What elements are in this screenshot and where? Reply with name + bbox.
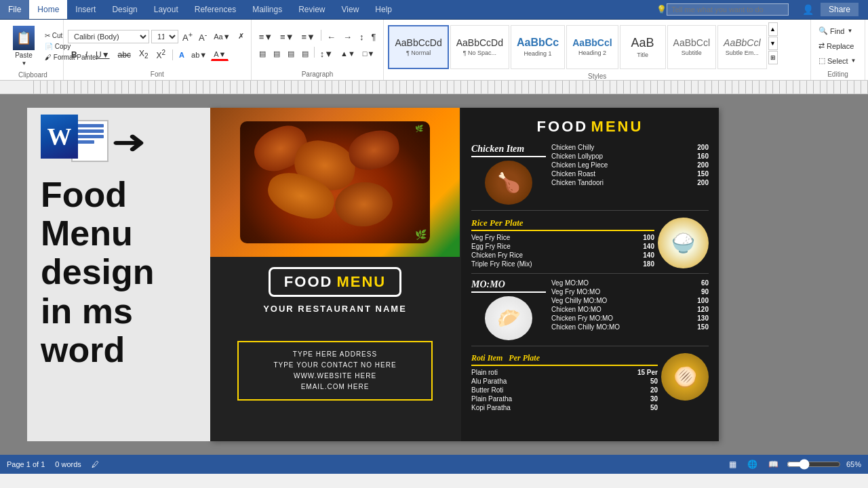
tab-file[interactable]: File — [0, 0, 29, 19]
subscript-button[interactable]: X2 — [136, 47, 152, 61]
change-case-button[interactable]: Aa▼ — [211, 31, 233, 42]
word-icon-w: W — [41, 115, 78, 159]
status-right: ▦ 🌐 📖 65% — [726, 458, 861, 470]
align-right-button[interactable]: ▤ — [284, 47, 298, 61]
clipboard-group: 📋 Paste ▼ ✂ Cut 📄 Copy 🖌 Format Painter … — [3, 20, 64, 80]
line-spacing-button[interactable]: ↕▼ — [317, 47, 336, 61]
tab-design[interactable]: Design — [104, 0, 145, 19]
page-info: Page 1 of 1 — [7, 460, 45, 468]
find-button[interactable]: 🔍 Find ▼ — [815, 24, 861, 37]
underline-button[interactable]: U▼ — [92, 49, 113, 61]
highlight-color-button[interactable]: ab▼ — [189, 49, 210, 60]
menu-item: Chicken Leg Piece200 — [551, 161, 709, 169]
font-group: Calibri (Body) 11 A+ A- Aa▼ ✗ B I U▼ abc… — [64, 20, 252, 80]
tab-mailings[interactable]: Mailings — [244, 0, 290, 19]
multilevel-list-button[interactable]: ≡▼ — [298, 30, 319, 44]
clear-formatting-button[interactable]: ✗ — [235, 30, 247, 42]
read-mode-button[interactable]: 📖 — [766, 458, 781, 470]
paste-button[interactable]: 📋 Paste ▼ — [7, 22, 41, 70]
italic-button[interactable]: I — [82, 49, 91, 61]
chicken-section-left: Chicken Item 🍗 — [471, 144, 546, 205]
restaurant-name: YOUR RESTAURANT NAME — [263, 304, 407, 314]
decrease-indent-button[interactable]: ← — [323, 30, 339, 44]
style-heading2[interactable]: AaBbCcl Heading 2 — [566, 25, 618, 69]
style-subtitle[interactable]: AaBbCcl Subtitle — [667, 25, 716, 69]
shading-button[interactable]: ▲▼ — [337, 47, 359, 61]
style-heading2-preview: AaBbCcl — [572, 37, 612, 48]
numbering-button[interactable]: ≡▼ — [277, 30, 297, 44]
show-marks-button[interactable]: ¶ — [368, 30, 379, 44]
tab-help[interactable]: Help — [367, 0, 400, 19]
address-box: TYPE HERE ADDRESS TYPE YOUR CONTACT NO H… — [237, 341, 432, 401]
style-normal[interactable]: AaBbCcDd ¶ Normal — [388, 25, 448, 69]
bold-button[interactable]: B — [68, 49, 81, 61]
align-center-button[interactable]: ▤ — [270, 47, 283, 61]
flyer-food-menu-title: FOOD MENU — [269, 267, 401, 297]
strikethrough-button[interactable]: abc — [115, 49, 134, 61]
tab-view[interactable]: View — [334, 0, 368, 19]
chicken-image-bg: 🍗 — [485, 161, 532, 205]
sort-button[interactable]: ↕ — [356, 30, 368, 44]
font-shrink-button[interactable]: A- — [197, 30, 209, 43]
font-grow-button[interactable]: A+ — [180, 30, 195, 43]
style-normal-preview: AaBbCcDd — [395, 37, 441, 48]
style-title-label: Title — [637, 52, 648, 58]
paste-dropdown-icon: ▼ — [22, 60, 27, 66]
user-icon: 👤 — [802, 4, 814, 15]
tab-home[interactable]: Home — [29, 0, 67, 19]
menu-item: Veg MO:MO60 — [551, 279, 709, 287]
editing-group: 🔍 Find ▼ ⇄ Replace ⬚ Select ▼ Editing — [811, 20, 865, 80]
menu-right-header: FOOD MENU — [471, 118, 709, 136]
share-button[interactable]: Share — [821, 3, 859, 16]
rice-image: 🍚 — [658, 218, 709, 268]
styles-group: AaBbCcDd ¶ Normal AaBbCcDd ¶ No Spac... … — [384, 20, 811, 80]
arrow-icon: ➜ — [111, 126, 146, 159]
tab-references[interactable]: References — [186, 0, 244, 19]
style-subtle-em[interactable]: AaBbCcl Subtle Em... — [717, 25, 766, 69]
style-heading1[interactable]: AaBbCc Heading 1 — [511, 25, 565, 69]
styles-scroll-up[interactable]: ▲ — [768, 22, 778, 36]
tab-insert[interactable]: Insert — [67, 0, 104, 19]
tab-review[interactable]: Review — [290, 0, 333, 19]
menu-item: Chicken Fry Rice140 — [471, 251, 654, 259]
text-effects-button[interactable]: A — [176, 49, 187, 60]
increase-indent-button[interactable]: → — [340, 30, 355, 44]
momo-section-title: MO:MO — [471, 279, 546, 293]
style-title[interactable]: AaB Title — [620, 25, 666, 69]
roti-section: Roti Item Per Plate Plain roti15 Per Alu… — [471, 353, 709, 413]
menu-item: Veg Fry MO:MO90 — [551, 288, 709, 296]
bullets-button[interactable]: ≡▼ — [256, 30, 276, 44]
menu-item: Triple Fry Rice (Mix)180 — [471, 260, 654, 268]
word-logo: W ➜ — [41, 115, 197, 162]
menu-item: Plain roti15 Per — [471, 369, 658, 376]
web-layout-view-button[interactable]: 🌐 — [745, 458, 760, 470]
styles-expand[interactable]: ⊞ — [768, 51, 778, 64]
tab-layout[interactable]: Layout — [146, 0, 186, 19]
justify-button[interactable]: ▤ — [298, 47, 312, 61]
style-normal-label: ¶ Normal — [406, 49, 431, 56]
select-button[interactable]: ⬚ Select ▼ — [815, 54, 861, 67]
rice-section: Rice Per Plate Veg Fry Rice100 Egg Fry R… — [471, 218, 709, 274]
style-subtitle-label: Subtitle — [682, 49, 702, 56]
menu-header-food: FOOD — [537, 118, 589, 135]
styles-gallery: AaBbCcDd ¶ Normal AaBbCcDd ¶ No Spac... … — [388, 22, 766, 71]
align-left-button[interactable]: ▤ — [256, 47, 269, 61]
font-name-select[interactable]: Calibri (Body) — [68, 30, 149, 43]
borders-button[interactable]: □▼ — [359, 47, 378, 61]
address-line3: WWW.WEBSITE HERE — [252, 371, 417, 382]
styles-scroll-down[interactable]: ▼ — [768, 37, 778, 50]
font-size-select[interactable]: 11 — [151, 30, 178, 43]
font-color-button[interactable]: A▼ — [211, 49, 229, 61]
ribbon-search-input[interactable] — [667, 3, 789, 16]
replace-button[interactable]: ⇄ Replace — [815, 39, 861, 52]
menu-item: Egg Fry Rice140 — [471, 243, 654, 250]
print-layout-view-button[interactable]: ▦ — [726, 458, 739, 470]
lightbulb-icon: 💡 — [656, 5, 667, 14]
menu-item: Veg Chilly MO:MO100 — [551, 297, 709, 304]
zoom-slider[interactable] — [787, 459, 841, 470]
style-heading1-label: Heading 1 — [524, 50, 552, 57]
superscript-button[interactable]: X2 — [153, 47, 170, 62]
style-no-spacing[interactable]: AaBbCcDd ¶ No Spac... — [450, 25, 509, 69]
address-line4: EMAIL.COM HERE — [252, 382, 417, 392]
overlay-left: W ➜ FoodMenudesignin msword — [27, 108, 210, 441]
